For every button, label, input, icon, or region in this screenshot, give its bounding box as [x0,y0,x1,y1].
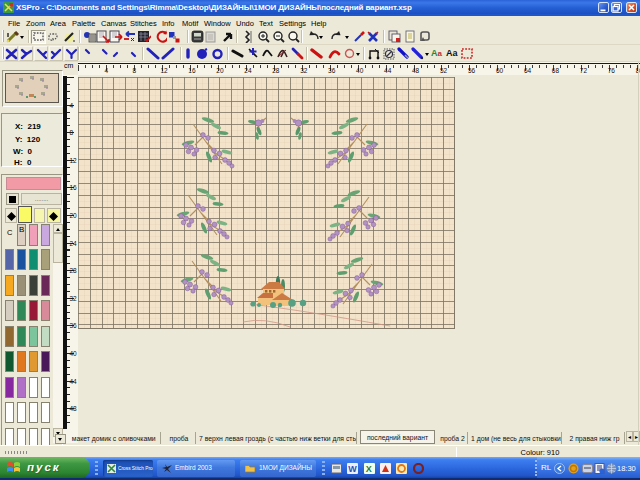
svg-text:X: X [366,464,372,474]
svg-text:W: W [348,464,357,474]
